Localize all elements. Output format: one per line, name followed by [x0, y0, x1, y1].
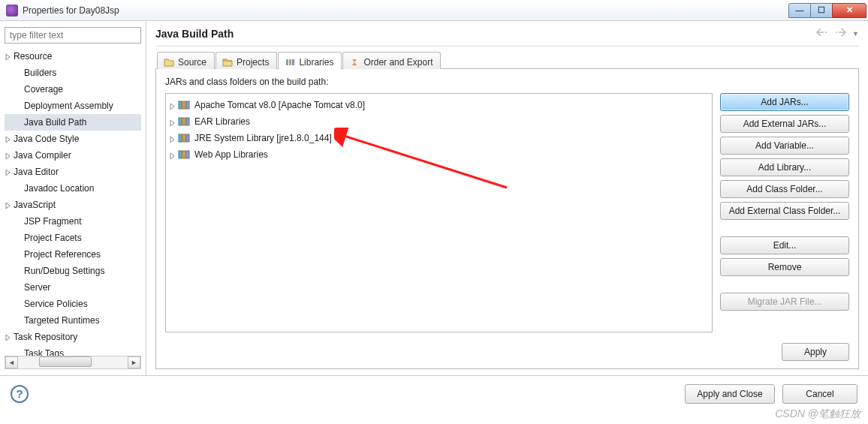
filter-input[interactable]: [5, 27, 141, 44]
library-icon: [178, 133, 190, 143]
nav-item-label: Resource: [14, 51, 52, 62]
nav-item-label: Javadoc Location: [24, 183, 94, 194]
nav-item-builders[interactable]: Builders: [5, 65, 141, 81]
horizontal-scrollbar[interactable]: ◄ ►: [5, 356, 141, 369]
expand-icon[interactable]: [5, 332, 12, 339]
remove-button[interactable]: Remove: [720, 258, 849, 276]
nav-item-project-facets[interactable]: Project Facets: [5, 230, 141, 246]
tab-libraries[interactable]: Libraries: [278, 52, 342, 70]
expand-icon[interactable]: [169, 134, 176, 147]
nav-item-label: Java Build Path: [24, 117, 86, 128]
tab-projects[interactable]: Projects: [215, 52, 277, 69]
scroll-right-arrow[interactable]: ►: [128, 356, 140, 368]
maximize-button[interactable]: ☐: [810, 3, 833, 18]
minimize-button[interactable]: —: [788, 3, 811, 18]
tab-label: Projects: [237, 57, 269, 68]
svg-rect-12: [182, 134, 185, 142]
nav-item-javascript[interactable]: JavaScript: [5, 197, 141, 213]
library-item[interactable]: JRE System Library [jre1.8.0_144]: [167, 130, 710, 146]
add-class-folder-button[interactable]: Add Class Folder...: [720, 180, 849, 198]
apply-button[interactable]: Apply: [782, 343, 849, 361]
window-titlebar: Properties for Day08Jsp — ☐ ✕: [0, 0, 868, 21]
watermark: CSDN @笔触狂放: [775, 407, 860, 421]
nav-item-resource[interactable]: Resource: [5, 48, 141, 65]
nav-item-java-compiler[interactable]: Java Compiler: [5, 147, 141, 164]
nav-item-java-code-style[interactable]: Java Code Style: [5, 131, 141, 147]
nav-item-label: Java Compiler: [14, 150, 71, 161]
libraries-list[interactable]: Apache Tomcat v8.0 [Apache Tomcat v8.0]E…: [165, 93, 713, 332]
expand-icon[interactable]: [169, 150, 176, 164]
library-label: EAR Libraries: [194, 115, 250, 128]
expand-icon[interactable]: [5, 51, 12, 59]
add-library-button[interactable]: Add Library...: [720, 158, 849, 176]
expand-icon[interactable]: [5, 134, 12, 141]
tab-icon: [222, 58, 233, 67]
edit-button[interactable]: Edit...: [720, 236, 849, 254]
nav-item-javadoc-location[interactable]: Javadoc Location: [5, 180, 141, 197]
library-item[interactable]: Apache Tomcat v8.0 [Apache Tomcat v8.0]: [167, 97, 710, 113]
nav-tree[interactable]: ResourceBuildersCoverageDeployment Assem…: [5, 48, 141, 356]
properties-page: Java Build Path ▼ SourceProjectsLibrarie…: [146, 21, 868, 375]
nav-item-service-policies[interactable]: Service Policies: [5, 296, 141, 312]
app-icon: [6, 5, 18, 17]
svg-rect-7: [186, 101, 189, 109]
expand-icon[interactable]: [5, 200, 12, 207]
svg-rect-6: [182, 101, 185, 109]
cancel-button[interactable]: Cancel: [782, 384, 857, 404]
close-button[interactable]: ✕: [832, 3, 866, 18]
library-icon: [178, 100, 190, 110]
back-icon[interactable]: [816, 27, 828, 40]
library-label: Apache Tomcat v8.0 [Apache Tomcat v8.0]: [194, 98, 365, 112]
nav-item-label: Coverage: [24, 84, 63, 95]
expand-icon[interactable]: [5, 150, 12, 158]
nav-item-label: Builders: [24, 68, 56, 78]
nav-item-task-repository[interactable]: Task Repository: [5, 329, 141, 345]
tab-row: SourceProjectsLibrariesOrder and Export: [155, 51, 859, 69]
svg-rect-4: [292, 59, 294, 65]
nav-item-label: Java Editor: [14, 167, 59, 177]
scroll-left-arrow[interactable]: ◄: [5, 356, 18, 368]
expand-icon[interactable]: [5, 167, 12, 174]
nav-item-label: Server: [24, 282, 50, 293]
forward-icon[interactable]: [834, 27, 846, 40]
tab-order-and-export[interactable]: Order and Export: [342, 52, 441, 69]
nav-history: ▼: [816, 27, 859, 40]
svg-rect-14: [179, 151, 182, 158]
help-icon[interactable]: ?: [11, 385, 29, 403]
expand-icon[interactable]: [169, 117, 176, 131]
nav-item-jsp-fragment[interactable]: JSP Fragment: [5, 213, 141, 230]
library-item[interactable]: Web App Libraries: [167, 146, 710, 163]
add-variable-button[interactable]: Add Variable...: [720, 137, 849, 155]
svg-rect-3: [289, 59, 291, 65]
add-external-jars-button[interactable]: Add External JARs...: [720, 115, 849, 133]
svg-point-1: [836, 32, 837, 33]
apply-and-close-button[interactable]: Apply and Close: [685, 384, 775, 404]
nav-item-java-editor[interactable]: Java Editor: [5, 164, 141, 180]
tab-icon: [349, 58, 360, 67]
dropdown-icon[interactable]: ▼: [852, 30, 859, 38]
tab-source[interactable]: Source: [157, 52, 215, 69]
nav-item-deployment-assembly[interactable]: Deployment Assembly: [5, 98, 141, 114]
library-icon: [178, 149, 190, 160]
svg-rect-8: [179, 118, 182, 125]
nav-item-label: Project References: [24, 249, 101, 260]
nav-item-run-debug-settings[interactable]: Run/Debug Settings: [5, 263, 141, 279]
svg-rect-15: [182, 151, 185, 158]
nav-item-server[interactable]: Server: [5, 279, 141, 296]
svg-rect-11: [179, 134, 182, 142]
nav-item-label: Task Tags: [24, 348, 64, 356]
nav-item-project-references[interactable]: Project References: [5, 246, 141, 263]
expand-icon[interactable]: [169, 101, 176, 114]
button-column: Add JARs... Add External JARs... Add Var…: [720, 93, 849, 332]
add-external-class-folder-button[interactable]: Add External Class Folder...: [720, 202, 849, 220]
nav-item-label: Service Policies: [24, 299, 88, 309]
svg-rect-16: [186, 151, 189, 158]
nav-item-java-build-path[interactable]: Java Build Path: [5, 114, 141, 131]
add-jars-button[interactable]: Add JARs...: [720, 93, 849, 111]
nav-item-targeted-runtimes[interactable]: Targeted Runtimes: [5, 312, 141, 329]
tab-label: Source: [178, 57, 206, 68]
scroll-thumb[interactable]: [39, 356, 92, 367]
library-item[interactable]: EAR Libraries: [167, 113, 710, 130]
nav-item-task-tags[interactable]: Task Tags: [5, 345, 141, 356]
nav-item-coverage[interactable]: Coverage: [5, 81, 141, 98]
